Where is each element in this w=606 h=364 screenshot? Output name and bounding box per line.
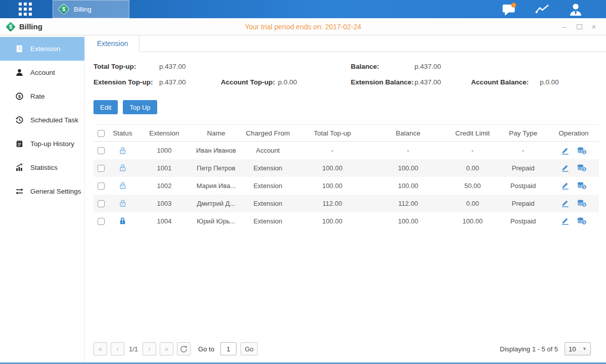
refresh-button[interactable] (177, 342, 191, 355)
name-cell: Петр Петров (192, 159, 240, 177)
edit-pencil-icon[interactable] (561, 164, 570, 172)
account-balance-value: p.0.00 (540, 78, 599, 86)
minimize-button[interactable]: – (561, 23, 569, 30)
lock-open-icon (119, 147, 126, 155)
action-buttons: Edit Top Up (94, 100, 599, 114)
row-checkbox[interactable] (98, 218, 105, 225)
topup-coins-icon[interactable]: $ (577, 147, 587, 155)
column-extension: Extension (136, 125, 192, 142)
taskbar-tab-label: Billing (74, 6, 91, 13)
lock-open-icon (119, 199, 126, 207)
row-checkbox[interactable] (98, 200, 105, 207)
name-cell: Мария Ива... (192, 177, 240, 195)
account-topup-value: p.0.00 (278, 78, 351, 86)
table-row: 1004Юрий Юрь...Extension100.00100.00100.… (94, 212, 599, 230)
svg-text:$: $ (583, 203, 585, 207)
topup-coins-icon[interactable]: $ (577, 217, 587, 225)
total-topup-cell: 112.00 (296, 195, 369, 212)
name-cell: Иван Иванов (192, 142, 240, 159)
svg-text:$: $ (583, 150, 585, 154)
sidebar-item-label: Scheduled Task (30, 116, 78, 124)
apps-grid-icon[interactable] (19, 3, 32, 16)
sidebar-item-label: Top-up History (30, 140, 74, 148)
row-checkbox[interactable] (98, 165, 105, 172)
pay-type-cell: Prepaid (498, 195, 548, 212)
topup-coins-icon[interactable]: $ (577, 164, 587, 172)
sidebar-item-label: Extension (30, 45, 60, 53)
table-row: 1001Петр ПетровExtension100.00100.000.00… (94, 159, 599, 177)
table-body: 1000Иван ИвановAccount---- $ 1001Петр Пе… (94, 142, 599, 230)
credit-limit-cell: - (447, 142, 498, 159)
sidebar-item-rate[interactable]: $ Rate (0, 84, 84, 108)
edit-pencil-icon[interactable] (561, 217, 570, 225)
column-credit-limit: Credit Limit (447, 125, 498, 142)
page-indicator: 1/1 (129, 345, 138, 353)
lock-open-icon (119, 181, 126, 190)
billing-diamond-icon: $ (5, 21, 16, 32)
svg-text:$: $ (583, 185, 585, 189)
sliders-icon (15, 187, 24, 196)
last-page-button[interactable]: » (160, 342, 173, 355)
table-row: 1003Дмитрий Д...Extension112.00112.000.0… (94, 195, 599, 212)
charged-from-cell: Extension (240, 177, 296, 195)
window-title: Billing (19, 22, 42, 31)
balance-cell: - (369, 142, 447, 159)
column-charged-from: Charged From (240, 125, 296, 142)
prev-page-button[interactable]: ‹ (111, 342, 124, 355)
first-page-button[interactable]: « (94, 342, 107, 355)
user-account-icon[interactable] (569, 3, 583, 16)
goto-page-input[interactable] (220, 342, 237, 355)
top-up-button[interactable]: Top Up (123, 100, 157, 114)
topup-coins-icon[interactable]: $ (577, 199, 587, 207)
pay-type-cell: Postpaid (498, 212, 548, 230)
sidebar-item-top-up-history[interactable]: Top-up History (0, 132, 84, 156)
edit-button[interactable]: Edit (94, 100, 118, 114)
row-checkbox[interactable] (98, 183, 105, 190)
pagination: « ‹ 1/1 › » Go to Go Displaying 1 - 5 of… (94, 342, 599, 362)
sidebar-item-statistics[interactable]: Statistics (0, 156, 84, 179)
balance-cell: 100.00 (369, 159, 447, 177)
balance-value: p.437.00 (414, 63, 471, 70)
table-row: 1002Мария Ива...Extension100.00100.0050.… (94, 177, 599, 195)
next-page-button[interactable]: › (143, 342, 156, 355)
bar-chart-icon (15, 163, 24, 172)
lock-closed-icon (119, 217, 126, 225)
sidebar-item-scheduled-task[interactable]: Scheduled Task (0, 108, 84, 132)
column-name: Name (192, 125, 240, 142)
edit-pencil-icon[interactable] (561, 147, 570, 155)
charged-from-cell: Extension (240, 212, 296, 230)
column-pay-type: Pay Type (498, 125, 548, 142)
sidebar-item-extension[interactable]: Extension (0, 37, 84, 61)
sidebar-item-general-settings[interactable]: General Settings (0, 179, 84, 203)
journal-icon (15, 44, 24, 53)
sidebar-item-label: Statistics (30, 164, 58, 171)
edit-pencil-icon[interactable] (561, 199, 570, 207)
page-size-select[interactable]: 10 ▼ (565, 342, 591, 355)
pay-type-cell: - (498, 142, 548, 159)
tab-extension[interactable]: Extension (86, 35, 139, 52)
account-topup-label: Account Top-up: (221, 78, 278, 86)
billing-diamond-icon: $ (58, 4, 69, 15)
sidebar-item-account[interactable]: Account (0, 61, 84, 84)
page-size-value: 10 (569, 345, 576, 353)
close-button[interactable]: × (590, 23, 598, 30)
extension-cell: 1004 (136, 212, 192, 230)
go-button[interactable]: Go (241, 342, 258, 355)
total-topup-cell: - (296, 142, 369, 159)
resource-monitor-icon[interactable] (534, 3, 551, 15)
history-clock-icon (15, 116, 24, 124)
person-icon (15, 68, 24, 77)
notifications-icon[interactable]: ! (502, 3, 517, 16)
select-all-checkbox[interactable] (98, 130, 105, 137)
sidebar: Extension Account $ Rate Scheduled Task … (0, 35, 85, 362)
edit-pencil-icon[interactable] (561, 181, 570, 190)
extension-balance-label: Extension Balance: (351, 78, 414, 86)
total-topup-label: Total Top-up: (94, 63, 159, 70)
topup-coins-icon[interactable]: $ (577, 181, 587, 190)
taskbar-billing-tab[interactable]: $ Billing (53, 0, 129, 18)
table-row: 1000Иван ИвановAccount---- $ (94, 142, 599, 159)
maximize-button[interactable] (575, 23, 583, 30)
row-checkbox[interactable] (98, 147, 105, 154)
credit-limit-cell: 0.00 (447, 159, 498, 177)
column-total-top-up: Total Top-up (296, 125, 369, 142)
